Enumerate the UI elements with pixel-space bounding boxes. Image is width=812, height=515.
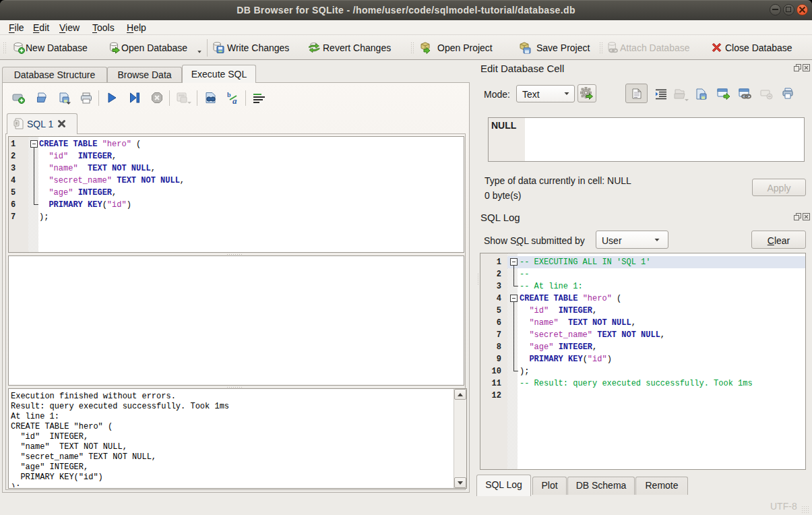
svg-text:b: b [227,91,231,98]
